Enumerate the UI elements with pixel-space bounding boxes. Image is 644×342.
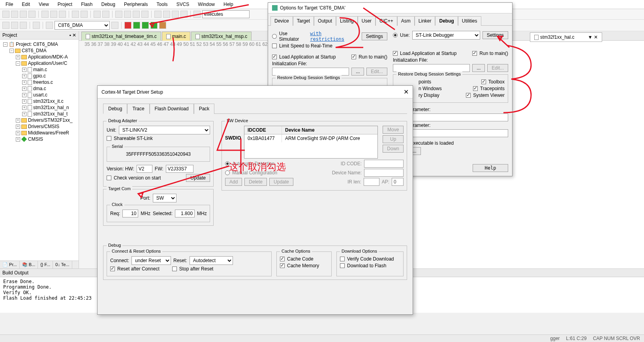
find-input[interactable] bbox=[202, 10, 250, 18]
diamond1-icon[interactable] bbox=[142, 22, 149, 29]
btn-sim-settings[interactable]: Settings bbox=[362, 32, 387, 40]
tab-hal-timebase[interactable]: stm32f1xx_hal_timebase_tim.c bbox=[81, 32, 161, 41]
btab-functions[interactable]: {} F... bbox=[38, 261, 53, 268]
radio-use-debugger[interactable] bbox=[393, 33, 398, 38]
chk-cache-mem[interactable] bbox=[280, 263, 285, 268]
uncomment-icon[interactable] bbox=[180, 11, 188, 18]
btab-project[interactable]: 📄 Pr... bbox=[0, 261, 20, 268]
cut-icon[interactable] bbox=[41, 11, 49, 18]
tree-file[interactable]: +dma.c bbox=[21, 85, 77, 92]
open-icon[interactable] bbox=[11, 11, 18, 18]
tree-file[interactable]: +stm32f1xx_hal_t bbox=[21, 111, 77, 117]
tab-hal-msp[interactable]: stm32f1xx_hal_msp.c bbox=[191, 32, 252, 41]
tree-target[interactable]: −C8T6_DMA bbox=[8, 47, 77, 54]
btn-move[interactable]: Move bbox=[383, 126, 404, 134]
bookmark-next-icon[interactable] bbox=[133, 11, 140, 18]
diamond2-icon[interactable] bbox=[150, 22, 158, 29]
chk-verify[interactable] bbox=[340, 257, 345, 261]
btn-edit-left[interactable]: Edit... bbox=[366, 68, 387, 76]
tab-ccpp[interactable]: C/C++ bbox=[376, 16, 397, 26]
tree-group[interactable]: +Application/MDK-A bbox=[14, 54, 77, 60]
debugger-select[interactable]: ST-Link Debugger bbox=[412, 31, 480, 40]
tab-device[interactable]: Device bbox=[270, 16, 293, 26]
chk-toolbox[interactable] bbox=[481, 79, 486, 84]
outdent-icon[interactable] bbox=[163, 11, 170, 18]
sw-row[interactable]: 0x1BA01477 ARM CoreSight SW-DP (ARM Core bbox=[244, 134, 377, 142]
bookmark-icon[interactable] bbox=[115, 11, 122, 18]
chk-run-main-left[interactable] bbox=[351, 55, 356, 59]
build-icon[interactable] bbox=[2, 22, 9, 29]
menu-peripherals[interactable]: Peripherals bbox=[121, 1, 151, 8]
chk-dl-flash[interactable] bbox=[340, 263, 345, 268]
tab-main[interactable]: main.c bbox=[162, 32, 190, 41]
close-icon[interactable]: ✕ bbox=[404, 88, 409, 96]
ctab-pack[interactable]: Pack bbox=[194, 104, 215, 114]
undo-icon[interactable] bbox=[72, 11, 79, 18]
tree-file[interactable]: +stm32f1xx_hal_n bbox=[21, 104, 77, 111]
menu-edit[interactable]: Edit bbox=[19, 1, 33, 8]
menu-view[interactable]: View bbox=[36, 1, 52, 8]
tab-target[interactable]: Target bbox=[293, 16, 314, 26]
tree-file[interactable]: +stm32f1xx_it.c bbox=[21, 98, 77, 104]
nav-back-icon[interactable] bbox=[94, 11, 101, 18]
tab-utilities[interactable]: Utilities bbox=[458, 16, 481, 26]
chk-stop-after[interactable] bbox=[172, 266, 177, 271]
unit-select[interactable]: ST-LINK/V2 bbox=[119, 126, 210, 134]
btn-up[interactable]: Up bbox=[383, 135, 404, 143]
tree-group[interactable]: +Middlewares/FreeR bbox=[14, 130, 77, 136]
btab-books[interactable]: 📚 B... bbox=[20, 261, 38, 268]
chk-reset-after[interactable] bbox=[110, 266, 115, 271]
save-all-icon[interactable] bbox=[28, 11, 36, 18]
btn-dbg-settings[interactable]: Settings bbox=[483, 31, 508, 39]
menu-project[interactable]: Project bbox=[54, 1, 75, 8]
manage-icon[interactable] bbox=[111, 22, 118, 29]
menu-help[interactable]: Help bbox=[220, 1, 237, 8]
chk-check-version[interactable] bbox=[107, 176, 111, 180]
project-tree[interactable]: −📋Project: C8T6_DMA −C8T6_DMA +Applicati… bbox=[0, 40, 79, 261]
tree-file[interactable]: +main.c bbox=[21, 66, 77, 73]
menu-flash[interactable]: Flash bbox=[78, 1, 96, 8]
param1[interactable] bbox=[404, 113, 508, 121]
btn-help[interactable]: Help bbox=[473, 164, 508, 172]
menu-tools[interactable]: Tools bbox=[154, 1, 171, 8]
btn-down[interactable]: Down bbox=[383, 145, 404, 153]
btn-add[interactable]: Add bbox=[225, 178, 242, 186]
rebuild-icon[interactable] bbox=[11, 22, 18, 29]
btab-templates[interactable]: 0↓ Te... bbox=[53, 261, 72, 268]
btn-edit-right[interactable]: Edit... bbox=[487, 64, 508, 72]
green-icon[interactable] bbox=[133, 22, 140, 29]
ctab-trace[interactable]: Trace bbox=[127, 104, 149, 114]
init-file-right[interactable] bbox=[393, 64, 470, 72]
clock-req[interactable] bbox=[122, 210, 138, 217]
red-icon[interactable] bbox=[124, 22, 131, 29]
target-options-icon[interactable] bbox=[46, 22, 53, 29]
link-restrictions[interactable]: with restrictions bbox=[310, 31, 357, 42]
tab-output[interactable]: Output bbox=[314, 16, 336, 26]
menu-debug[interactable]: Debug bbox=[98, 1, 118, 8]
indent-icon[interactable] bbox=[154, 11, 161, 18]
tab-linker[interactable]: Linker bbox=[415, 16, 436, 26]
btn-update-sw[interactable]: Update bbox=[269, 178, 293, 186]
chk-sysviewer[interactable] bbox=[466, 93, 471, 98]
reset-select[interactable]: Autodetect bbox=[190, 256, 233, 265]
find-icon[interactable] bbox=[193, 11, 201, 18]
menu-file[interactable]: File bbox=[2, 1, 16, 8]
tree-group[interactable]: +CMSIS bbox=[14, 136, 77, 142]
panel-buttons[interactable]: ▪ ✕ bbox=[69, 32, 76, 38]
port-select[interactable]: SW bbox=[153, 194, 176, 202]
btn-browse-right[interactable]: ... bbox=[472, 64, 485, 72]
paste-icon[interactable] bbox=[59, 11, 66, 18]
init-file-left[interactable] bbox=[272, 68, 349, 76]
chk-load-app-left[interactable] bbox=[272, 55, 277, 59]
save-icon[interactable] bbox=[20, 11, 27, 18]
tab-hal-right[interactable]: stm32f1xx_hal.c▼ ✕ bbox=[530, 32, 602, 42]
bookmark-prev-icon[interactable] bbox=[124, 11, 131, 18]
tree-group[interactable]: −Application/User/C bbox=[14, 60, 77, 66]
tree-file[interactable]: +usart.c bbox=[21, 92, 77, 98]
chk-limit-speed[interactable] bbox=[272, 43, 277, 48]
ctab-flash[interactable]: Flash Download bbox=[150, 104, 194, 114]
copy-icon[interactable] bbox=[50, 11, 57, 18]
menu-svcs[interactable]: SVCS bbox=[173, 1, 193, 8]
menu-window[interactable]: Window bbox=[195, 1, 218, 8]
tab-user[interactable]: User bbox=[358, 16, 376, 26]
